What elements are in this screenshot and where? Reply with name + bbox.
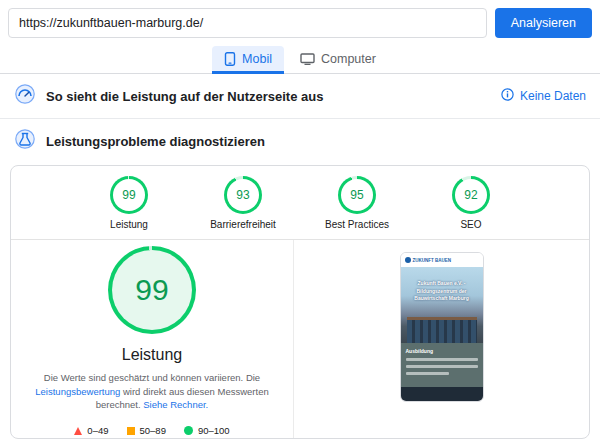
legend-range: 90–100 xyxy=(198,425,230,436)
info-icon xyxy=(501,88,514,104)
analyze-button[interactable]: Analysieren xyxy=(495,8,592,38)
tab-computer-label: Computer xyxy=(321,52,376,66)
score-performance[interactable]: 99 Leistung xyxy=(90,176,168,230)
legend-item-pass: 90–100 xyxy=(184,425,230,436)
screenshot-panel: zukunft bauen Zukunft Bauen e.V. - Bildu… xyxy=(293,240,589,438)
site-logo-icon xyxy=(405,257,411,263)
legend-item-average: 50–89 xyxy=(127,425,166,436)
performance-detail-area: 99 Leistung Die Werte sind geschätzt und… xyxy=(11,240,589,438)
legend-range: 0–49 xyxy=(87,425,108,436)
placeholder-line xyxy=(406,372,449,375)
pagespeed-insights-app: Analysieren Mobil Computer So sieht die … xyxy=(0,0,600,442)
screenshot-hero-title: Zukunft Bauen e.V. - Bildungszentrum der… xyxy=(401,280,483,303)
score-value: 93 xyxy=(236,188,249,202)
field-data-title: So sieht die Leistung auf der Nutzerseit… xyxy=(46,89,323,104)
performance-scoring-link[interactable]: Leistungsbewertung xyxy=(35,386,120,397)
score-gauge: 92 xyxy=(452,176,490,214)
pass-circle-icon xyxy=(184,426,193,435)
field-data-section: So sieht die Leistung auf der Nutzerseit… xyxy=(0,74,600,119)
url-input[interactable] xyxy=(8,8,487,38)
score-best-practices[interactable]: 95 Best Practices xyxy=(318,176,396,230)
description-text-1: Die Werte sind geschätzt und können vari… xyxy=(44,372,260,383)
legend-range: 50–89 xyxy=(140,425,166,436)
url-bar: Analysieren xyxy=(0,0,600,44)
score-label: Leistung xyxy=(90,219,168,230)
tab-mobile[interactable]: Mobil xyxy=(212,46,284,74)
score-value: 99 xyxy=(122,188,135,202)
tab-mobile-label: Mobil xyxy=(242,52,272,66)
score-value: 95 xyxy=(350,188,363,202)
score-label: Best Practices xyxy=(318,219,396,230)
score-label: SEO xyxy=(432,219,510,230)
no-data-link[interactable]: Keine Daten xyxy=(501,88,586,104)
fail-triangle-icon xyxy=(74,427,82,435)
screenshot-content-section: Ausbildung xyxy=(401,343,483,387)
no-data-label: Keine Daten xyxy=(520,89,586,103)
score-accessibility[interactable]: 93 Barrierefreiheit xyxy=(204,176,282,230)
diagnostics-icon xyxy=(14,128,36,154)
score-value: 92 xyxy=(464,188,477,202)
monitor-icon xyxy=(300,53,315,66)
score-gauge: 93 xyxy=(224,176,262,214)
average-square-icon xyxy=(127,427,135,435)
score-description: Die Werte sind geschätzt und können vari… xyxy=(26,371,278,412)
diagnose-title: Leistungsprobleme diagnostizieren xyxy=(46,134,265,149)
screenshot-section-label: Ausbildung xyxy=(406,348,478,354)
screenshot-site-header: zukunft bauen xyxy=(401,253,483,267)
main-performance-gauge: 99 xyxy=(108,246,196,334)
calculator-link[interactable]: Siehe Rechner. xyxy=(143,399,208,410)
phone-icon xyxy=(224,52,236,66)
placeholder-line xyxy=(406,365,478,368)
performance-heading: Leistung xyxy=(122,346,183,364)
legend-item-fail: 0–49 xyxy=(74,425,108,436)
screenshot-footer xyxy=(401,387,483,401)
diagnose-section: Leistungsprobleme diagnostizieren xyxy=(0,119,600,163)
tab-computer[interactable]: Computer xyxy=(288,46,388,74)
score-label: Barrierefreiheit xyxy=(204,219,282,230)
score-gauge: 99 xyxy=(110,176,148,214)
score-gauge: 95 xyxy=(338,176,376,214)
device-tabs: Mobil Computer xyxy=(0,44,600,74)
page-screenshot-thumbnail[interactable]: zukunft bauen Zukunft Bauen e.V. - Bildu… xyxy=(400,252,484,402)
score-seo[interactable]: 92 SEO xyxy=(432,176,510,230)
speedometer-icon xyxy=(14,83,36,109)
category-scores-row: 99 Leistung 93 Barrierefreiheit 95 Best … xyxy=(11,166,589,240)
building-image xyxy=(407,317,477,343)
performance-summary: 99 Leistung Die Werte sind geschätzt und… xyxy=(11,240,293,438)
report-card: 99 Leistung 93 Barrierefreiheit 95 Best … xyxy=(10,165,590,439)
site-logo-text: zukunft bauen xyxy=(413,258,452,263)
screenshot-hero-image: Zukunft Bauen e.V. - Bildungszentrum der… xyxy=(401,267,483,343)
main-gauge-value: 99 xyxy=(135,273,168,307)
placeholder-line xyxy=(406,358,478,361)
score-legend: 0–49 50–89 90–100 xyxy=(74,425,229,436)
